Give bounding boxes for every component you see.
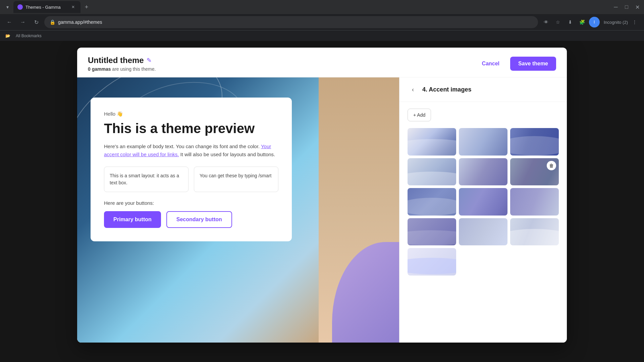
theme-subtitle: 0 gammas are using this theme. (88, 66, 475, 72)
profile-menu-btn[interactable]: ▾ (3, 2, 12, 12)
accent-image-5[interactable]: 🗑 (459, 158, 507, 186)
cancel-button[interactable]: Cancel (475, 57, 506, 70)
edit-icon[interactable]: ✎ (147, 57, 152, 64)
browser-chrome: ▾ Themes - Gamma ✕ + ─ □ ✕ ← → ↻ 🔒 gamma… (0, 0, 644, 41)
preview-secondary-button[interactable]: Secondary button (166, 211, 232, 228)
back-button[interactable]: ‹ (408, 84, 418, 95)
delete-icon-9[interactable]: 🗑 (547, 191, 556, 200)
delete-icon-7[interactable]: 🗑 (444, 191, 453, 200)
accent-image-3[interactable]: 🗑 (510, 128, 559, 156)
delete-icon-11[interactable]: 🗑 (495, 221, 505, 230)
new-tab-btn[interactable]: + (82, 2, 91, 12)
accent-image-12[interactable]: 🗑 (510, 218, 559, 246)
close-btn[interactable]: ✕ (633, 3, 641, 11)
accent-image-1[interactable]: 🗑 (408, 128, 456, 156)
active-tab[interactable]: Themes - Gamma ✕ (13, 1, 80, 13)
accent-image-13[interactable]: 🗑 (408, 248, 456, 276)
preview-buttons: Primary button Secondary button (104, 211, 278, 228)
eye-icon-btn[interactable]: 👁 (541, 17, 551, 27)
accent-image-6[interactable]: 🗑 (510, 158, 559, 186)
accent-image-8[interactable]: 🗑 (459, 188, 507, 216)
accent-images-panel: ‹ 4. Accent images + Add 🗑 (399, 77, 567, 343)
reload-btn[interactable]: ↻ (31, 17, 42, 27)
delete-icon-13[interactable]: 🗑 (444, 251, 453, 260)
delete-icon-5[interactable]: 🗑 (495, 161, 505, 170)
profile-btn[interactable]: I (589, 17, 600, 27)
address-bar-row: ← → ↻ 🔒 gamma.app/#themes 👁 ☆ ⬇ 🧩 I Inco… (0, 14, 644, 30)
buttons-label: Here are your buttons: (104, 200, 278, 206)
preview-primary-button[interactable]: Primary button (104, 211, 161, 228)
smart-layouts: This is a smart layout: it acts as a tex… (104, 167, 278, 192)
preview-background: Hello 👋 This is a theme preview Here's a… (77, 77, 319, 343)
back-icon: ‹ (412, 86, 414, 93)
body-text-2: It will also be used for layouts and but… (180, 152, 275, 157)
accent-image-9[interactable]: 🗑 (510, 188, 559, 216)
app-area: Untitled theme ✎ 0 gammas are using this… (0, 41, 644, 362)
all-bookmarks-label: All Bookmarks (16, 34, 42, 38)
url-text: gamma.app/#themes (58, 19, 102, 25)
preview-card: Hello 👋 This is a theme preview Here's a… (91, 98, 292, 241)
maximize-btn[interactable]: □ (623, 3, 631, 11)
modal-title-area: Untitled theme ✎ 0 gammas are using this… (88, 56, 475, 72)
delete-icon-1[interactable]: 🗑 (444, 131, 453, 140)
smart-box-1: This is a smart layout: it acts as a tex… (104, 167, 189, 192)
tab-bar: ▾ Themes - Gamma ✕ + ─ □ ✕ (0, 0, 644, 14)
modal-title: Untitled theme ✎ (88, 56, 475, 65)
theme-modal: Untitled theme ✎ 0 gammas are using this… (77, 48, 567, 343)
image-grid: 🗑 🗑 🗑 (408, 128, 559, 276)
modal-body: Hello 👋 This is a theme preview Here's a… (77, 77, 567, 343)
modal-header: Untitled theme ✎ 0 gammas are using this… (77, 48, 567, 77)
accent-image-4[interactable]: 🗑 (408, 158, 456, 186)
accent-image-2[interactable]: 🗑 (459, 128, 507, 156)
right-decoration (319, 77, 399, 343)
extension-icon-btn[interactable]: 🧩 (577, 17, 588, 27)
window-controls: ─ □ ✕ (612, 3, 641, 11)
tab-close-btn[interactable]: ✕ (70, 4, 76, 10)
lock-icon: 🔒 (50, 19, 55, 25)
accent-image-11[interactable]: 🗑 (459, 218, 507, 246)
forward-nav-btn[interactable]: → (17, 17, 28, 27)
subtitle-suffix: are using this theme. (111, 66, 156, 72)
panel-content: + Add 🗑 🗑 (399, 102, 567, 343)
back-nav-btn[interactable]: ← (4, 17, 15, 27)
body-text-1: Here's an example of body text. You can … (104, 143, 260, 149)
theme-title: Untitled theme (88, 56, 144, 65)
bookmark-icon: 📂 (5, 34, 10, 38)
tab-title: Themes - Gamma (25, 5, 61, 10)
menu-btn[interactable]: ⋮ (629, 17, 640, 27)
preview-area: Hello 👋 This is a theme preview Here's a… (77, 77, 319, 343)
add-image-button[interactable]: + Add (408, 109, 431, 121)
hello-text: Hello 👋 (104, 111, 278, 117)
delete-icon-6[interactable]: 🗑 (547, 161, 556, 170)
body-text: Here's an example of body text. You can … (104, 142, 278, 159)
preview-content: Hello 👋 This is a theme preview Here's a… (77, 77, 319, 255)
delete-icon-10[interactable]: 🗑 (444, 221, 453, 230)
delete-icon-12[interactable]: 🗑 (547, 221, 556, 230)
delete-icon-4[interactable]: 🗑 (444, 161, 453, 170)
accent-image-7[interactable]: 🗑 (408, 188, 456, 216)
preview-heading: This is a theme preview (104, 121, 278, 136)
bookmark-bar: 📂 All Bookmarks (0, 30, 644, 41)
panel-title: 4. Accent images (422, 86, 471, 93)
download-icon-btn[interactable]: ⬇ (565, 17, 576, 27)
panel-header: ‹ 4. Accent images (399, 77, 567, 102)
tab-favicon (17, 4, 23, 10)
delete-icon-8[interactable]: 🗑 (495, 191, 505, 200)
star-icon-btn[interactable]: ☆ (553, 17, 564, 27)
delete-icon-2[interactable]: 🗑 (495, 131, 505, 140)
accent-image-10[interactable]: 🗑 (408, 218, 456, 246)
minimize-btn[interactable]: ─ (612, 3, 620, 11)
toolbar-icons: 👁 ☆ ⬇ 🧩 I Incognito (2) ⋮ (541, 17, 640, 27)
gammas-count: 0 gammas (88, 66, 111, 72)
address-bar[interactable]: 🔒 gamma.app/#themes (44, 16, 538, 28)
smart-box-2: You can get these by typing /smart (194, 167, 278, 192)
save-theme-button[interactable]: Save theme (510, 57, 556, 71)
incognito-label: Incognito (2) (604, 20, 628, 25)
delete-icon-3[interactable]: 🗑 (547, 131, 556, 140)
modal-actions: Cancel Save theme (475, 57, 556, 71)
